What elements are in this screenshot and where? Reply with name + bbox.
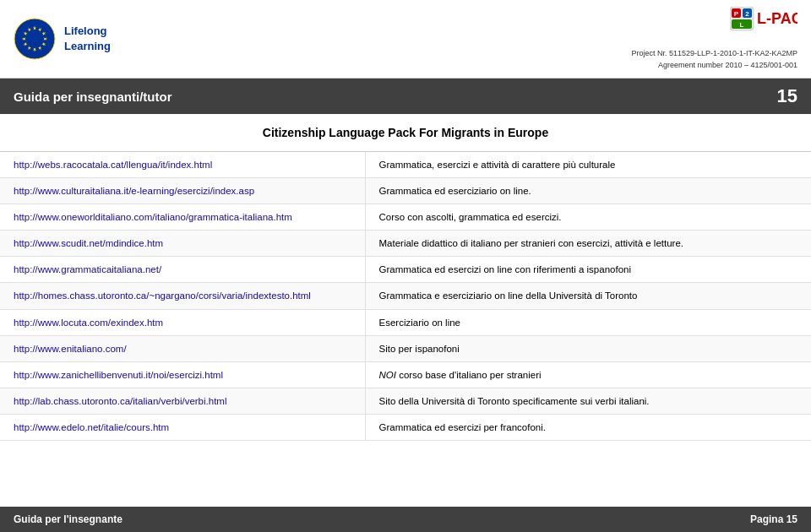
page-number: 15 xyxy=(777,85,797,107)
table-row: http://www.scudit.net/mdindice.htmMateri… xyxy=(0,231,811,257)
footer-right: Pagina 15 xyxy=(750,513,797,525)
page-footer: Guida per l'insegnante Pagina 15 xyxy=(0,507,811,532)
table-row: http://www.zanichellibenvenuti.it/noi/es… xyxy=(0,361,811,388)
resource-description: Grammatica ed esercizi on line con rifer… xyxy=(365,257,811,283)
resource-description: NOI corso base d'italiano per stranieri xyxy=(365,361,811,388)
resource-url[interactable]: http://webs.racocatala.cat/llengua/it/in… xyxy=(0,152,365,178)
resource-url[interactable]: http://www.grammaticaitaliana.net/ xyxy=(0,257,365,283)
svg-text:L-PACK: L-PACK xyxy=(757,10,797,27)
resources-table: http://webs.racocatala.cat/llengua/it/in… xyxy=(0,152,811,441)
svg-text:2: 2 xyxy=(745,10,749,18)
resource-description: Grammatica e eserciziario on line della … xyxy=(365,283,811,309)
resource-url[interactable]: http://www.culturaitaliana.it/e-learning… xyxy=(0,178,365,204)
eu-logo-icon xyxy=(14,18,56,60)
page-title: Guida per insegnanti/tutor xyxy=(14,90,172,104)
table-row: http://www.locuta.com/exindex.htmEserciz… xyxy=(0,309,811,335)
lifelong-learning-text: Lifelong Learning xyxy=(64,24,111,54)
header-logos-left: Lifelong Learning xyxy=(14,18,111,60)
resource-description: Materiale didattico di italiano per stra… xyxy=(365,231,811,257)
table-row: http://homes.chass.utoronto.ca/~ngargano… xyxy=(0,283,811,309)
resource-url[interactable]: http://www.enitaliano.com/ xyxy=(0,335,365,361)
main-content: http://webs.racocatala.cat/llengua/it/in… xyxy=(0,152,811,475)
page-subtitle: Citizenship Language Pack For Migrants i… xyxy=(0,114,811,152)
table-row: http://www.oneworlditaliano.com/italiano… xyxy=(0,204,811,231)
svg-text:P: P xyxy=(734,10,739,18)
resource-url[interactable]: http://www.scudit.net/mdindice.htm xyxy=(0,231,365,257)
resource-description: Grammatica, esercizi e attività di carat… xyxy=(365,152,811,178)
svg-point-0 xyxy=(14,19,55,59)
resource-url[interactable]: http://www.edelo.net/italie/cours.htm xyxy=(0,414,365,440)
table-row: http://www.culturaitaliana.it/e-learning… xyxy=(0,178,811,204)
resource-url[interactable]: http://www.oneworlditaliano.com/italiano… xyxy=(0,204,365,231)
lpack-logo: P 2 L L-PACK xyxy=(631,7,797,45)
resource-url[interactable]: http://homes.chass.utoronto.ca/~ngargano… xyxy=(0,283,365,309)
resource-description: Corso con ascolti, grammatica ed eserciz… xyxy=(365,204,811,231)
lpack-logo-icon: P 2 L L-PACK xyxy=(730,7,797,45)
resource-url[interactable]: http://lab.chass.utoronto.ca/italian/ver… xyxy=(0,388,365,414)
resource-description: Eserciziario on line xyxy=(365,309,811,335)
project-info: Project Nr. 511529-LLP-1-2010-1-IT-KA2-K… xyxy=(631,48,797,71)
svg-text:L: L xyxy=(740,21,744,29)
resource-url[interactable]: http://www.zanichellibenvenuti.it/noi/es… xyxy=(0,361,365,388)
table-row: http://www.enitaliano.com/Sito per ispan… xyxy=(0,335,811,361)
table-row: http://lab.chass.utoronto.ca/italian/ver… xyxy=(0,388,811,414)
table-row: http://www.grammaticaitaliana.net/Gramma… xyxy=(0,257,811,283)
resource-description: Sito per ispanofoni xyxy=(365,335,811,361)
page-header: Lifelong Learning P 2 L L-PACK Project N… xyxy=(0,0,811,79)
resource-url[interactable]: http://www.locuta.com/exindex.htm xyxy=(0,309,365,335)
table-row: http://webs.racocatala.cat/llengua/it/in… xyxy=(0,152,811,178)
title-bar: Guida per insegnanti/tutor 15 xyxy=(0,79,811,114)
table-row: http://www.edelo.net/italie/cours.htmGra… xyxy=(0,414,811,440)
footer-left: Guida per l'insegnante xyxy=(14,513,122,525)
resource-description: Sito della Università di Toronto specifi… xyxy=(365,388,811,414)
resource-description: Grammatica ed esercizi per francofoni. xyxy=(365,414,811,440)
header-right-info: P 2 L L-PACK Project Nr. 511529-LLP-1-20… xyxy=(631,7,797,71)
resource-description: Grammatica ed eserciziario on line. xyxy=(365,178,811,204)
